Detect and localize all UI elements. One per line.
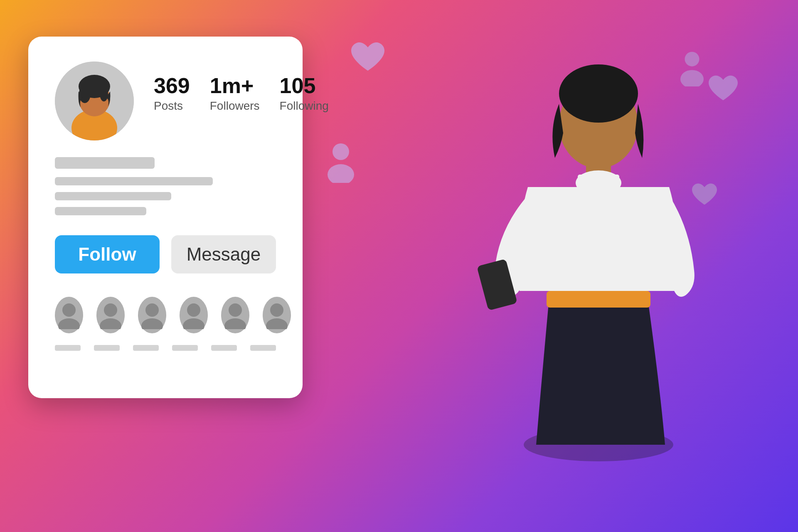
follower-avatar-1 — [55, 297, 83, 333]
svg-point-17 — [187, 303, 200, 317]
following-label: Following — [280, 99, 329, 113]
follower-avatars — [55, 297, 276, 340]
svg-point-12 — [58, 318, 80, 329]
bio-line-2 — [55, 192, 171, 200]
follower-avatar-6 — [263, 297, 291, 333]
posts-label: Posts — [154, 99, 183, 113]
follower-label-4 — [172, 345, 198, 351]
posts-stat: 369 Posts — [154, 74, 190, 113]
follower-label-3 — [133, 345, 159, 351]
follow-button[interactable]: Follow — [55, 235, 160, 273]
follower-avatar-4 — [180, 297, 208, 333]
posts-count: 369 — [154, 74, 190, 98]
svg-point-13 — [104, 303, 117, 317]
svg-point-16 — [141, 318, 163, 329]
profile-card: 369 Posts 1m+ Followers 105 Following — [28, 37, 303, 398]
follower-label-6 — [250, 345, 276, 351]
follower-avatar-5 — [221, 297, 249, 333]
svg-point-22 — [266, 318, 288, 329]
svg-point-19 — [229, 303, 242, 317]
svg-point-1 — [328, 164, 354, 183]
following-stat: 105 Following — [280, 74, 329, 113]
svg-point-10 — [100, 86, 108, 101]
svg-point-15 — [145, 303, 159, 317]
follower-label-1 — [55, 345, 81, 351]
svg-point-11 — [62, 303, 76, 317]
svg-point-9 — [79, 85, 91, 103]
svg-point-21 — [270, 303, 283, 317]
svg-rect-24 — [547, 291, 650, 308]
bio-line-3 — [55, 207, 146, 215]
username-bar — [55, 157, 155, 169]
svg-point-14 — [100, 318, 121, 329]
follower-label-5 — [211, 345, 237, 351]
background: 369 Posts 1m+ Followers 105 Following — [0, 0, 798, 532]
followers-count: 1m+ — [210, 74, 254, 98]
follower-avatar-3 — [138, 297, 166, 333]
bio-section — [55, 157, 276, 222]
woman-figure — [457, 21, 756, 478]
stats-area: 369 Posts 1m+ Followers 105 Following — [154, 62, 329, 113]
svg-point-0 — [332, 143, 349, 160]
message-button[interactable]: Message — [171, 235, 276, 273]
follower-avatar-2 — [96, 297, 125, 333]
following-count: 105 — [280, 74, 316, 98]
svg-point-20 — [224, 318, 246, 329]
followers-label: Followers — [210, 99, 260, 113]
svg-point-18 — [183, 318, 204, 329]
avatar — [55, 62, 134, 140]
followers-stat: 1m+ Followers — [210, 74, 260, 113]
bio-line-1 — [55, 177, 213, 185]
svg-point-29 — [559, 64, 638, 123]
follower-label-2 — [94, 345, 120, 351]
action-buttons: Follow Message — [55, 235, 276, 273]
follower-labels — [55, 345, 276, 351]
profile-top: 369 Posts 1m+ Followers 105 Following — [55, 62, 276, 140]
svg-rect-31 — [578, 175, 619, 191]
